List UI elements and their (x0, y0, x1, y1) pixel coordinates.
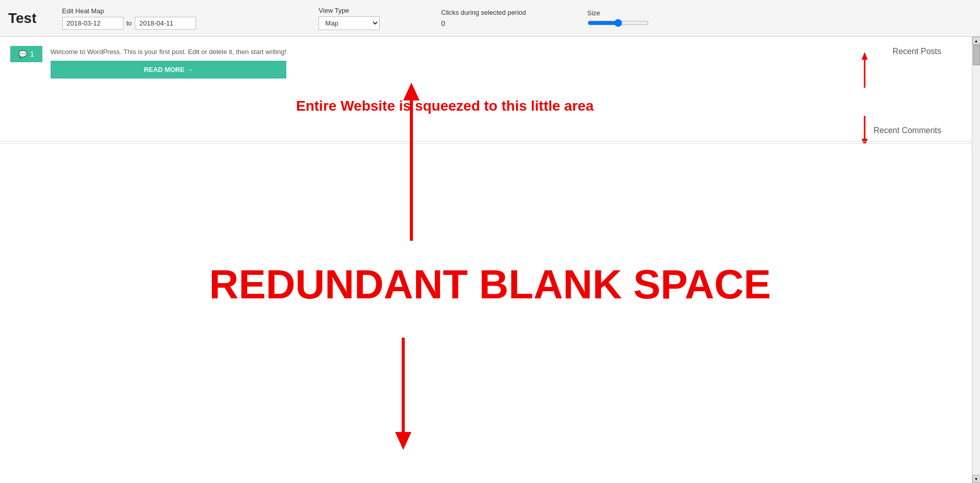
read-more-button[interactable]: READ MORE → (51, 61, 286, 79)
view-type-label: View Type (318, 7, 380, 14)
wp-comment-button[interactable]: 💬 1 (10, 46, 42, 62)
redundant-blank-space-label: REDUNDANT BLANK SPACE (209, 261, 771, 308)
wp-post-item: 💬 1 Welcome to WordPress. This is your f… (0, 37, 972, 84)
comment-count: 1 (30, 50, 34, 58)
size-section: Size (587, 9, 649, 27)
page-title: Test (8, 10, 37, 27)
date-separator: to (127, 19, 132, 27)
sidebar-arrow-up (860, 52, 870, 95)
svg-marker-1 (862, 52, 868, 60)
date-from-input[interactable] (62, 17, 124, 30)
website-preview: 💬 1 Welcome to WordPress. This is your f… (0, 37, 972, 144)
clicks-value: 0 (441, 19, 526, 28)
sidebar-arrow-down (860, 116, 870, 144)
edit-heatmap-label: Edit Heat Map (62, 7, 197, 15)
scrollbar-arrow-up[interactable]: ▲ (972, 37, 981, 45)
size-slider[interactable] (587, 19, 649, 27)
svg-marker-7 (395, 432, 411, 450)
comment-icon: 💬 (18, 50, 27, 58)
main-content: 💬 1 Welcome to WordPress. This is your f… (0, 37, 980, 483)
arrow-up-top (401, 83, 422, 248)
size-label: Size (587, 9, 649, 17)
squeeze-annotation: Entire Website is squeezed to this littl… (296, 98, 594, 114)
recent-comments-label: Recent Comments (874, 126, 942, 135)
clicks-label: Clicks during selected period (441, 9, 526, 16)
edit-heatmap-section: Edit Heat Map to (62, 7, 197, 30)
date-to-input[interactable] (135, 17, 196, 30)
view-type-select[interactable]: Map List Grid (318, 16, 380, 30)
svg-marker-5 (403, 83, 420, 100)
arrow-down-bottom (393, 338, 413, 452)
content-divider (0, 141, 972, 142)
toolbar: Test Edit Heat Map to View Type Map List… (0, 0, 980, 37)
clicks-section: Clicks during selected period 0 (441, 9, 526, 28)
recent-posts-label: Recent Posts (893, 47, 941, 56)
scrollbar-arrow-down[interactable]: ▼ (972, 475, 981, 483)
wp-post-text: Welcome to WordPress. This is your first… (51, 48, 286, 56)
date-range-row: to (62, 17, 197, 30)
scrollbar-thumb[interactable] (973, 45, 980, 65)
view-type-section: View Type Map List Grid (318, 7, 380, 30)
scrollbar-right[interactable]: ▲ ▼ (972, 37, 980, 483)
